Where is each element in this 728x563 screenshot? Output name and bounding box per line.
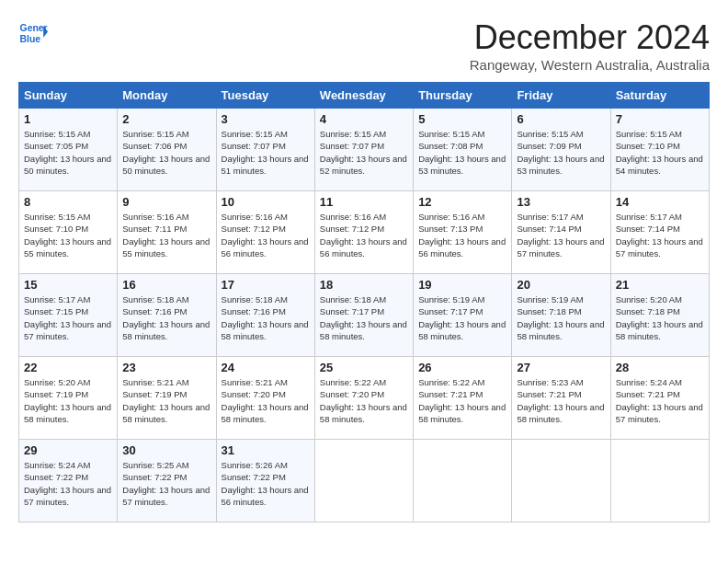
day-number: 6 (517, 112, 605, 126)
day-info: Sunrise: 5:24 AMSunset: 7:22 PMDaylight:… (24, 459, 112, 508)
calendar-cell: 22Sunrise: 5:20 AMSunset: 7:19 PMDayligh… (19, 357, 118, 440)
day-number: 13 (517, 195, 605, 209)
calendar-cell: 24Sunrise: 5:21 AMSunset: 7:20 PMDayligh… (216, 357, 314, 440)
calendar-cell: 2Sunrise: 5:15 AMSunset: 7:06 PMDaylight… (118, 109, 216, 191)
day-number: 24 (222, 361, 310, 374)
day-info: Sunrise: 5:18 AMSunset: 7:16 PMDaylight:… (122, 293, 210, 342)
day-info: Sunrise: 5:15 AMSunset: 7:06 PMDaylight:… (122, 128, 210, 177)
day-number: 25 (320, 361, 408, 374)
calendar-week-2: 8Sunrise: 5:15 AMSunset: 7:10 PMDaylight… (19, 191, 710, 274)
day-number: 28 (616, 361, 704, 374)
day-info: Sunrise: 5:21 AMSunset: 7:19 PMDaylight:… (122, 376, 210, 425)
calendar-cell: 13Sunrise: 5:17 AMSunset: 7:14 PMDayligh… (512, 191, 610, 274)
day-number: 20 (517, 278, 605, 292)
calendar-cell: 25Sunrise: 5:22 AMSunset: 7:20 PMDayligh… (314, 357, 413, 440)
day-info: Sunrise: 5:17 AMSunset: 7:14 PMDaylight:… (616, 211, 704, 259)
day-number: 15 (24, 278, 112, 292)
day-info: Sunrise: 5:16 AMSunset: 7:12 PMDaylight:… (222, 211, 310, 259)
day-info: Sunrise: 5:15 AMSunset: 7:08 PMDaylight:… (418, 128, 506, 177)
day-info: Sunrise: 5:22 AMSunset: 7:20 PMDaylight:… (320, 376, 408, 425)
day-number: 1 (24, 112, 112, 126)
logo: General Blue (18, 18, 48, 48)
header-cell-wednesday: Wednesday (314, 83, 413, 109)
day-number: 12 (418, 195, 506, 209)
day-number: 4 (320, 112, 408, 126)
calendar-cell: 11Sunrise: 5:16 AMSunset: 7:12 PMDayligh… (314, 191, 413, 274)
day-number: 21 (616, 278, 704, 292)
day-number: 26 (418, 361, 506, 374)
calendar-week-4: 22Sunrise: 5:20 AMSunset: 7:19 PMDayligh… (19, 357, 710, 440)
day-info: Sunrise: 5:18 AMSunset: 7:17 PMDaylight:… (320, 293, 408, 342)
day-info: Sunrise: 5:20 AMSunset: 7:19 PMDaylight:… (24, 376, 112, 425)
day-info: Sunrise: 5:23 AMSunset: 7:21 PMDaylight:… (517, 376, 605, 425)
calendar-cell: 3Sunrise: 5:15 AMSunset: 7:07 PMDaylight… (216, 109, 314, 191)
calendar-cell: 16Sunrise: 5:18 AMSunset: 7:16 PMDayligh… (118, 274, 216, 357)
day-info: Sunrise: 5:24 AMSunset: 7:21 PMDaylight:… (616, 376, 704, 425)
header-cell-sunday: Sunday (19, 83, 118, 109)
day-number: 3 (222, 112, 310, 126)
day-info: Sunrise: 5:15 AMSunset: 7:05 PMDaylight:… (24, 128, 112, 177)
header-cell-tuesday: Tuesday (216, 83, 314, 109)
day-number: 14 (616, 195, 704, 209)
day-number: 27 (517, 361, 605, 374)
day-info: Sunrise: 5:15 AMSunset: 7:09 PMDaylight:… (517, 128, 605, 177)
calendar-cell: 31Sunrise: 5:26 AMSunset: 7:22 PMDayligh… (216, 440, 314, 523)
calendar-body: 1Sunrise: 5:15 AMSunset: 7:05 PMDaylight… (19, 109, 710, 523)
calendar-table: SundayMondayTuesdayWednesdayThursdayFrid… (18, 82, 710, 523)
day-number: 17 (222, 278, 310, 292)
day-number: 19 (418, 278, 506, 292)
calendar-cell: 7Sunrise: 5:15 AMSunset: 7:10 PMDaylight… (610, 109, 709, 191)
day-number: 16 (122, 278, 210, 292)
calendar-cell: 6Sunrise: 5:15 AMSunset: 7:09 PMDaylight… (512, 109, 610, 191)
location-title: Rangeway, Western Australia, Australia (470, 57, 710, 73)
calendar-cell: 15Sunrise: 5:17 AMSunset: 7:15 PMDayligh… (19, 274, 118, 357)
calendar-cell: 12Sunrise: 5:16 AMSunset: 7:13 PMDayligh… (414, 191, 512, 274)
calendar-header-row: SundayMondayTuesdayWednesdayThursdayFrid… (19, 83, 710, 109)
day-info: Sunrise: 5:16 AMSunset: 7:13 PMDaylight:… (418, 211, 506, 259)
calendar-cell: 19Sunrise: 5:19 AMSunset: 7:17 PMDayligh… (414, 274, 512, 357)
day-number: 30 (122, 443, 210, 457)
calendar-cell: 14Sunrise: 5:17 AMSunset: 7:14 PMDayligh… (610, 191, 709, 274)
day-number: 2 (122, 112, 210, 126)
month-title: December 2024 (470, 18, 710, 57)
day-info: Sunrise: 5:20 AMSunset: 7:18 PMDaylight:… (616, 293, 704, 342)
day-info: Sunrise: 5:19 AMSunset: 7:18 PMDaylight:… (517, 293, 605, 342)
calendar-cell (610, 440, 709, 523)
day-number: 9 (122, 195, 210, 209)
calendar-cell (414, 440, 512, 523)
day-number: 7 (616, 112, 704, 126)
calendar-cell: 5Sunrise: 5:15 AMSunset: 7:08 PMDaylight… (414, 109, 512, 191)
day-number: 22 (24, 361, 112, 374)
calendar-week-1: 1Sunrise: 5:15 AMSunset: 7:05 PMDaylight… (19, 109, 710, 191)
day-info: Sunrise: 5:25 AMSunset: 7:22 PMDaylight:… (122, 459, 210, 508)
day-number: 8 (24, 195, 112, 209)
header-cell-monday: Monday (118, 83, 216, 109)
calendar-cell: 26Sunrise: 5:22 AMSunset: 7:21 PMDayligh… (414, 357, 512, 440)
day-number: 31 (222, 443, 310, 457)
calendar-cell: 9Sunrise: 5:16 AMSunset: 7:11 PMDaylight… (118, 191, 216, 274)
calendar-cell: 18Sunrise: 5:18 AMSunset: 7:17 PMDayligh… (314, 274, 413, 357)
calendar-cell: 23Sunrise: 5:21 AMSunset: 7:19 PMDayligh… (118, 357, 216, 440)
day-number: 23 (122, 361, 210, 374)
day-info: Sunrise: 5:17 AMSunset: 7:15 PMDaylight:… (24, 293, 112, 342)
calendar-cell (512, 440, 610, 523)
header-cell-saturday: Saturday (610, 83, 709, 109)
day-info: Sunrise: 5:17 AMSunset: 7:14 PMDaylight:… (517, 211, 605, 259)
calendar-cell: 4Sunrise: 5:15 AMSunset: 7:07 PMDaylight… (314, 109, 413, 191)
svg-text:Blue: Blue (20, 34, 41, 44)
calendar-cell: 29Sunrise: 5:24 AMSunset: 7:22 PMDayligh… (19, 440, 118, 523)
header-cell-thursday: Thursday (414, 83, 512, 109)
day-info: Sunrise: 5:15 AMSunset: 7:10 PMDaylight:… (616, 128, 704, 177)
calendar-cell: 8Sunrise: 5:15 AMSunset: 7:10 PMDaylight… (19, 191, 118, 274)
calendar-cell: 21Sunrise: 5:20 AMSunset: 7:18 PMDayligh… (610, 274, 709, 357)
header-cell-friday: Friday (512, 83, 610, 109)
calendar-cell: 20Sunrise: 5:19 AMSunset: 7:18 PMDayligh… (512, 274, 610, 357)
calendar-cell: 27Sunrise: 5:23 AMSunset: 7:21 PMDayligh… (512, 357, 610, 440)
day-info: Sunrise: 5:16 AMSunset: 7:12 PMDaylight:… (320, 211, 408, 259)
day-info: Sunrise: 5:15 AMSunset: 7:10 PMDaylight:… (24, 211, 112, 259)
day-number: 10 (222, 195, 310, 209)
day-number: 18 (320, 278, 408, 292)
calendar-cell: 10Sunrise: 5:16 AMSunset: 7:12 PMDayligh… (216, 191, 314, 274)
day-number: 5 (418, 112, 506, 126)
title-block: December 2024 Rangeway, Western Australi… (470, 18, 710, 73)
